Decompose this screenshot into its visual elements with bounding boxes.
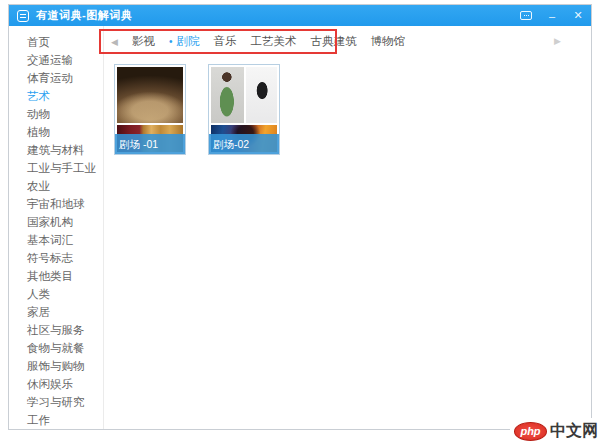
minimize-button[interactable]: – xyxy=(545,9,559,23)
tab-museum[interactable]: 博物馆 xyxy=(370,34,405,49)
feedback-icon xyxy=(520,11,532,20)
active-bullet-icon: • xyxy=(169,37,173,47)
sidebar-item-architecture[interactable]: 建筑与材料 xyxy=(9,141,103,159)
sidebar-item-human[interactable]: 人类 xyxy=(9,285,103,303)
tab-film-tv[interactable]: 影视 xyxy=(132,34,155,49)
titlebar[interactable]: 有道词典-图解词典 – ✕ xyxy=(9,5,591,26)
youdao-logo-icon xyxy=(17,10,29,22)
sidebar-item-plants[interactable]: 植物 xyxy=(9,123,103,141)
gallery-item-theatre-01[interactable]: 剧场 -01 xyxy=(114,64,186,155)
thumbnail-label: 剧场-02 xyxy=(209,134,279,154)
gallery-item-theatre-02[interactable]: 剧场-02 xyxy=(208,64,280,155)
thumbnail-label: 剧场 -01 xyxy=(115,134,185,154)
close-button[interactable]: ✕ xyxy=(571,9,585,23)
sidebar-item-art[interactable]: 艺术 xyxy=(9,87,103,105)
php-logo-icon: php xyxy=(514,422,547,441)
sidebar-item-work[interactable]: 工作 xyxy=(9,411,103,429)
ballet-dancer-image xyxy=(246,67,277,123)
sidebar-item-animals[interactable]: 动物 xyxy=(9,105,103,123)
sidebar-item-basic-vocab[interactable]: 基本词汇 xyxy=(9,231,103,249)
sidebar-item-symbols[interactable]: 符号标志 xyxy=(9,249,103,267)
tab-music[interactable]: 音乐 xyxy=(213,34,236,49)
tab-classical-architecture[interactable]: 古典建筑 xyxy=(310,34,356,49)
prev-page-icon[interactable]: ◀ xyxy=(111,37,118,47)
sidebar-item-food[interactable]: 食物与就餐 xyxy=(9,339,103,357)
tab-theatre[interactable]: •剧院 xyxy=(169,34,200,49)
tab-arts-crafts[interactable]: 工艺美术 xyxy=(250,34,296,49)
qipao-performer-image xyxy=(211,67,244,123)
watermark-text: 中文网 xyxy=(550,421,598,442)
tab-list: ◀ 影视 •剧院 音乐 工艺美术 古典建筑 博物馆 xyxy=(111,26,405,57)
category-sidebar: 首页 交通运输 体育运动 艺术 动物 植物 建筑与材料 工业与手工业 农业 宇宙… xyxy=(9,26,104,429)
app-window: 有道词典-图解词典 – ✕ 首页 交通运输 体育运动 艺术 动物 植物 建筑与材… xyxy=(8,4,592,430)
sidebar-item-clothing[interactable]: 服饰与购物 xyxy=(9,357,103,375)
sidebar-item-community[interactable]: 社区与服务 xyxy=(9,321,103,339)
next-page-icon[interactable]: ▶ xyxy=(554,36,561,46)
sidebar-item-sports[interactable]: 体育运动 xyxy=(9,69,103,87)
sidebar-item-leisure[interactable]: 休闲娱乐 xyxy=(9,375,103,393)
sidebar-item-agriculture[interactable]: 农业 xyxy=(9,177,103,195)
screenshot-stage: 有道词典-图解词典 – ✕ 首页 交通运输 体育运动 艺术 动物 植物 建筑与材… xyxy=(0,0,600,445)
sidebar-item-universe[interactable]: 宇宙和地球 xyxy=(9,195,103,213)
window-controls: – ✕ xyxy=(519,9,585,23)
subcategory-tabbar: ◀ 影视 •剧院 音乐 工艺美术 古典建筑 博物馆 ▶ xyxy=(105,26,591,57)
sidebar-item-transport[interactable]: 交通运输 xyxy=(9,51,103,69)
sidebar-item-institutions[interactable]: 国家机构 xyxy=(9,213,103,231)
theatre-auditorium-image xyxy=(117,67,183,123)
sidebar-item-study[interactable]: 学习与研究 xyxy=(9,393,103,411)
sidebar-item-home[interactable]: 首页 xyxy=(9,33,103,51)
window-title: 有道词典-图解词典 xyxy=(36,8,132,23)
sidebar-item-home-living[interactable]: 家居 xyxy=(9,303,103,321)
sidebar-item-industry[interactable]: 工业与手工业 xyxy=(9,159,103,177)
php-cn-watermark: php 中文网 xyxy=(510,418,598,444)
sidebar-item-other[interactable]: 其他类目 xyxy=(9,267,103,285)
feedback-button[interactable] xyxy=(519,9,533,23)
